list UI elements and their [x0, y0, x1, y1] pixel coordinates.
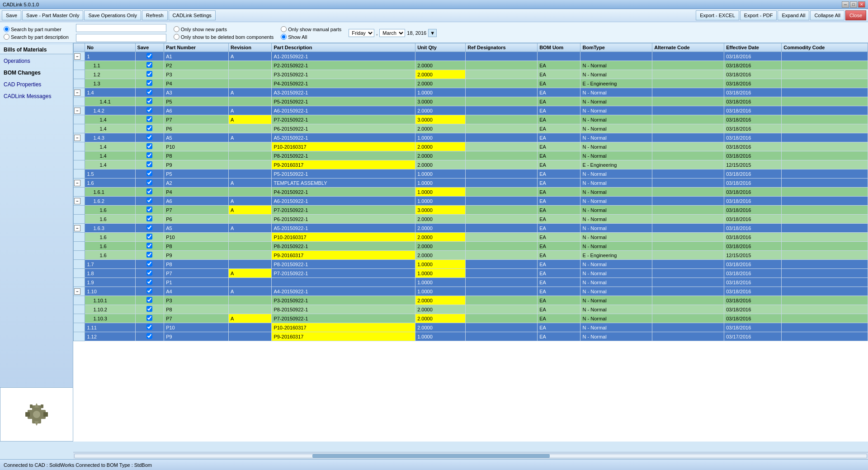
refresh-button[interactable]: Refresh: [142, 10, 168, 20]
table-row[interactable]: 1.7P8P8-20150922-11.0000EAN - Normal03/1…: [74, 260, 868, 269]
table-row[interactable]: 1.9P11.0000EAN - Normal03/18/2016: [74, 278, 868, 287]
save-cell[interactable]: [135, 88, 164, 97]
save-cell[interactable]: [135, 142, 164, 151]
save-cell[interactable]: [135, 296, 164, 305]
sidebar-item-cadlink-messages[interactable]: CADLink Messages: [0, 90, 73, 102]
table-row[interactable]: 1.4P10P10-201603172.0000EAN - Normal03/1…: [74, 142, 868, 151]
col-ref-desig[interactable]: Ref Designators: [466, 43, 538, 52]
save-cell[interactable]: [135, 278, 164, 287]
month-select[interactable]: March: [379, 29, 405, 37]
table-row[interactable]: 1.4.1P5P5-20150922-13.0000EAN - Normal03…: [74, 97, 868, 106]
save-checkbox[interactable]: [146, 297, 152, 303]
table-row[interactable]: −1A1AA1-20150922-103/18/2016: [74, 52, 868, 61]
save-cell[interactable]: [135, 97, 164, 106]
col-bom-uom[interactable]: BOM Uom: [538, 43, 580, 52]
table-row[interactable]: 1.2P3P3-20150922-12.0000EAN - Normal03/1…: [74, 70, 868, 79]
table-row[interactable]: 1.10.2P8P8-20150922-12.0000EAN - Normal0…: [74, 305, 868, 314]
table-row[interactable]: 1.1P2P2-20150922-12.0000EAN - Normal03/1…: [74, 61, 868, 70]
save-checkbox[interactable]: [146, 270, 152, 276]
sidebar-item-operations[interactable]: Operations: [0, 55, 73, 67]
table-row[interactable]: 1.12P9P9-201603171.0000EAN - Normal03/17…: [74, 332, 868, 341]
save-checkbox[interactable]: [146, 143, 152, 149]
save-button[interactable]: Save: [2, 10, 21, 20]
save-checkbox[interactable]: [146, 98, 152, 104]
save-part-master-button[interactable]: Save - Part Master Only: [22, 10, 83, 20]
cadlink-settings-button[interactable]: CADLink Settings: [169, 10, 216, 20]
col-part-desc[interactable]: Part Description: [272, 43, 415, 52]
expand-button[interactable]: −: [74, 180, 80, 186]
save-cell[interactable]: [135, 179, 164, 188]
table-row[interactable]: 1.10.3P7AP7-20150922-12.0000EAN - Normal…: [74, 314, 868, 323]
calendar-button[interactable]: ▼: [428, 29, 437, 37]
expand-button[interactable]: −: [74, 198, 80, 204]
part-desc-search-input[interactable]: [76, 34, 166, 42]
export-excel-button[interactable]: Export - EXCEL: [696, 10, 739, 20]
table-row[interactable]: 1.10.1P3P3-20150922-12.0000EAN - Normal0…: [74, 296, 868, 305]
save-checkbox[interactable]: [146, 197, 152, 203]
col-save[interactable]: Save: [135, 43, 164, 52]
col-commodity[interactable]: Commodity Code: [782, 43, 868, 52]
expand-button[interactable]: −: [74, 135, 80, 141]
save-checkbox[interactable]: [146, 243, 152, 249]
table-row[interactable]: 1.6P8P8-20150922-12.0000EAN - Normal03/1…: [74, 242, 868, 251]
table-row[interactable]: 1.4P7AP7-20150922-13.0000EAN - Normal03/…: [74, 115, 868, 124]
save-checkbox[interactable]: [146, 125, 152, 131]
save-cell[interactable]: [135, 106, 164, 115]
save-checkbox[interactable]: [146, 107, 152, 113]
save-cell[interactable]: [135, 323, 164, 332]
save-cell[interactable]: [135, 260, 164, 269]
table-row[interactable]: 1.4P6P6-20150922-12.0000EAN - Normal03/1…: [74, 124, 868, 133]
save-cell[interactable]: [135, 70, 164, 79]
save-cell[interactable]: [135, 233, 164, 242]
save-checkbox[interactable]: [146, 161, 152, 167]
save-cell[interactable]: [135, 287, 164, 296]
save-cell[interactable]: [135, 269, 164, 278]
save-checkbox[interactable]: [146, 279, 152, 285]
expand-button[interactable]: −: [74, 53, 80, 60]
only-deleted-radio[interactable]: Only show to be deleted bom components: [174, 34, 274, 40]
save-checkbox[interactable]: [146, 179, 152, 185]
maximize-button[interactable]: □: [850, 1, 857, 8]
export-pdf-button[interactable]: Export - PDF: [740, 10, 777, 20]
table-row[interactable]: −1.4.2A6AA6-20150922-12.0000EAN - Normal…: [74, 106, 868, 115]
bom-table-area[interactable]: No Save Part Number Revision Part Descri…: [73, 43, 868, 442]
save-checkbox[interactable]: [146, 134, 152, 140]
scrollbar-thumb[interactable]: [312, 454, 550, 458]
save-checkbox[interactable]: [146, 89, 152, 95]
save-cell[interactable]: [135, 188, 164, 197]
save-cell[interactable]: [135, 224, 164, 233]
part-number-search-input[interactable]: [76, 24, 166, 32]
table-row[interactable]: 1.8P7AP7-20150922-11.0000EAN - Normal03/…: [74, 269, 868, 278]
save-checkbox[interactable]: [146, 288, 152, 294]
save-checkbox[interactable]: [146, 53, 152, 59]
table-row[interactable]: 1.11P10P10-201603172.0000EAN - Normal03/…: [74, 323, 868, 332]
save-checkbox[interactable]: [146, 80, 152, 86]
save-cell[interactable]: [135, 151, 164, 160]
table-row[interactable]: −1.4A3AA3-20150922-11.0000EAN - Normal03…: [74, 88, 868, 97]
table-row[interactable]: −1.4.3A5AA5-20150922-11.0000EAN - Normal…: [74, 133, 868, 142]
col-bom-type[interactable]: BomType: [580, 43, 652, 52]
sidebar-bills-section[interactable]: Bills of Materials: [0, 45, 73, 54]
expand-button[interactable]: −: [74, 89, 80, 96]
save-cell[interactable]: [135, 332, 164, 341]
save-checkbox[interactable]: [146, 234, 152, 240]
save-checkbox[interactable]: [146, 306, 152, 312]
sidebar-item-cad-properties[interactable]: CAD Properties: [0, 79, 73, 90]
expand-button[interactable]: −: [74, 288, 80, 295]
save-checkbox[interactable]: [146, 333, 152, 339]
save-cell[interactable]: [135, 79, 164, 88]
save-checkbox[interactable]: [146, 252, 152, 258]
table-row[interactable]: 1.5P5P5-20150922-11.0000EAN - Normal03/1…: [74, 169, 868, 179]
horizontal-scrollbar[interactable]: [73, 452, 868, 459]
expand-button[interactable]: −: [74, 108, 80, 114]
search-by-part-number-radio[interactable]: Search by part number: [4, 26, 69, 32]
table-row[interactable]: −1.10A4AA4-20150922-11.0000EAN - Normal0…: [74, 287, 868, 296]
save-checkbox[interactable]: [146, 261, 152, 267]
save-cell[interactable]: [135, 115, 164, 124]
expand-all-button[interactable]: Expand All: [778, 10, 809, 20]
close-button[interactable]: Close: [845, 10, 866, 20]
col-no[interactable]: No: [85, 43, 135, 52]
table-row[interactable]: 1.4P8P8-20150922-12.0000EAN - Normal03/1…: [74, 151, 868, 160]
save-checkbox[interactable]: [146, 324, 152, 330]
save-cell[interactable]: [135, 314, 164, 323]
